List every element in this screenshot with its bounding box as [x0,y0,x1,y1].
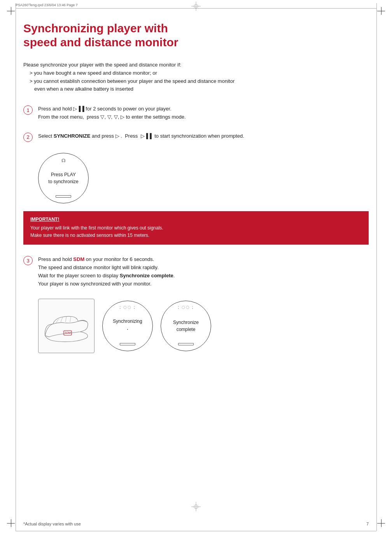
step-1-content: Press and hold ▷▐▐ for 2 seconds to powe… [38,105,369,121]
step-1-text1: Press and hold ▷▐▐ for 2 seconds to powe… [38,105,369,113]
reg-mark-br [377,519,385,527]
important-title: IMPORTANT! [30,217,362,222]
crosshair-top [191,2,201,12]
step-3-text1: Press and hold SDM on your monitor for 6… [38,256,369,264]
page-footer: *Actual display varies with use 7 [23,522,369,526]
sync-antenna-1: ; ◌◌ ; [119,305,135,309]
intro-line1: Please synchronize your player with the … [23,61,369,69]
sdm-label: SDM [73,256,84,262]
sync-dot: · [127,326,128,333]
sync-complete-text: Synchronize complete [173,319,199,333]
intro-bullet2b: even when a new alkaline battery is inse… [23,85,369,93]
important-line2: Make sure there is no activated sensors … [30,232,362,239]
step-3-text2: The speed and distance monitor light wil… [38,264,369,272]
device-illustration-container: ☊ Press PLAY to synchronize [38,153,369,203]
step-2-content: Select SYNCHRONIZE and press ▷ . Press ▷… [38,132,369,140]
reg-mark-tl [7,7,15,15]
sync-complete-label: Synchronize complete [120,273,173,278]
step-2-circle: 2 [23,133,33,142]
important-body: Your player will link with the first mon… [30,224,362,239]
crosshair-center [191,502,201,513]
reg-mark-bl [7,519,15,527]
step-1-circle: 1 [23,105,33,115]
device-bottom-bar [56,195,71,198]
intro-bullet2: > you cannot establish connection betwee… [23,77,369,86]
step-1: 1 Press and hold ▷▐▐ for 2 seconds to po… [23,105,369,121]
step-3-text3: Wait for the player screen to display Sy… [38,272,369,280]
sync-circle-complete: ; ◌◌ ; Synchronize complete [161,301,211,351]
step-1-text2: From the root menu, press ▽, ▽, ▽, ▷ to … [38,113,369,121]
intro-section: Please synchronize your player with the … [23,61,369,93]
step-2-pretext: Select SYNCHRONIZE and press ▷ . Press ▷… [38,133,244,139]
reg-mark-tr [377,7,385,15]
shoe-svg: SDM [41,303,92,349]
intro-bullet1: > you have bought a new speed and distan… [23,69,369,77]
illustrations-row: SDM ; ◌◌ ; Synchronizing · ; ◌◌ ; Synchr… [38,299,369,353]
border-right [376,3,377,531]
file-info: PSA260°feng.qxd 23/6/04 13:46 Page 7 [16,3,78,7]
svg-text:SDM: SDM [65,331,71,334]
step-3-content: Press and hold SDM on your monitor for 6… [38,256,369,288]
footer-note: *Actual display varies with use [23,522,81,526]
svg-line-5 [65,317,66,322]
step-3-text4: Your player is now synchronized with you… [38,280,369,288]
antenna-symbol: ☊ [61,158,66,163]
border-left [16,3,16,531]
border-bottom [16,531,376,531]
page-number: 7 [366,522,369,526]
step-3-circle: 3 [23,256,33,265]
sync-antenna-2: ; ◌◌ ; [178,305,194,309]
main-content: Synchronizing player with speed and dist… [23,0,369,376]
step-3: 3 Press and hold SDM on your monitor for… [23,256,369,288]
sync-bottom-bar-1 [120,343,135,345]
important-line1: Your player will link with the first mon… [30,224,362,232]
step-2: 2 Select SYNCHRONIZE and press ▷ . Press… [23,132,369,142]
device-circle-play: ☊ Press PLAY to synchronize [38,153,89,203]
important-box: IMPORTANT! Your player will link with th… [23,211,369,245]
synchronizing-text: Synchronizing · [113,318,142,334]
press-play-text: Press PLAY to synchronize [48,171,78,185]
shoe-illustration: SDM [38,299,94,353]
svg-line-4 [61,317,63,322]
svg-line-6 [70,317,71,322]
sync-circle-synchronizing: ; ◌◌ ; Synchronizing · [102,301,153,351]
page-title: Synchronizing player with speed and dist… [23,21,369,49]
sync-bottom-bar-2 [178,343,194,345]
